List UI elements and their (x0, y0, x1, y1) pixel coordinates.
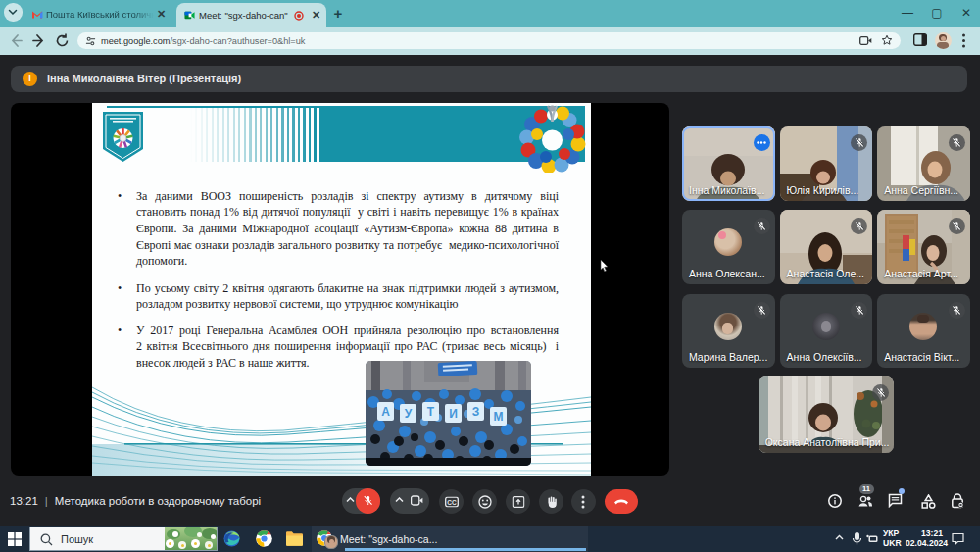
svg-text:У: У (404, 407, 412, 421)
svg-text:Т: Т (426, 405, 434, 419)
svg-text:А: А (381, 405, 390, 419)
svg-text:М: М (493, 410, 503, 424)
svg-text:И: И (449, 407, 458, 421)
svg-text:CC: CC (447, 498, 457, 505)
svg-text:З: З (471, 405, 479, 419)
